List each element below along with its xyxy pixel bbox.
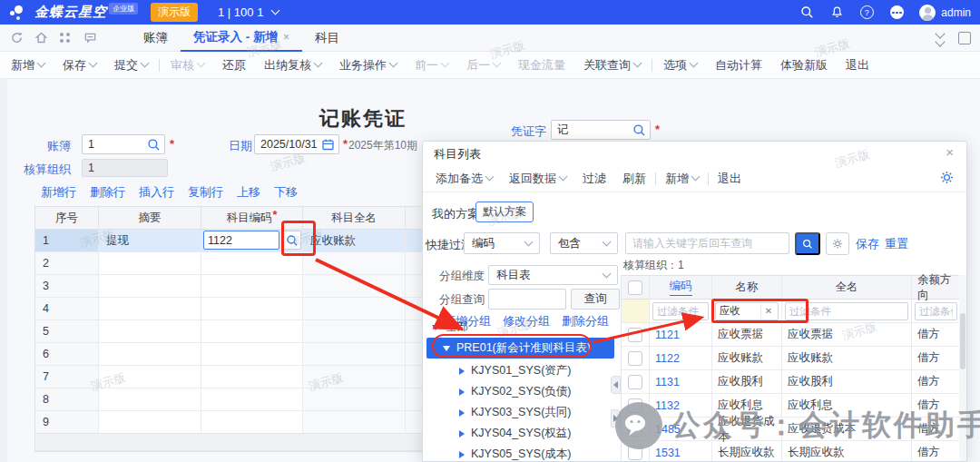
group-search-box[interactable]: [488, 289, 566, 310]
cell-summary[interactable]: [99, 320, 201, 342]
toolbar-item-save[interactable]: 保存: [63, 57, 96, 74]
account-code-link[interactable]: 1485: [655, 423, 681, 436]
account-row-1485[interactable]: 1485应收退货成本应收退货成本借方: [622, 418, 959, 441]
bell-icon[interactable]: [829, 5, 844, 20]
double-chevron-down-icon[interactable]: [936, 30, 944, 45]
account-code-link[interactable]: 1131: [655, 376, 680, 388]
filter-name-cell[interactable]: ✕: [712, 300, 782, 322]
cell-summary[interactable]: [99, 252, 201, 274]
toolbar-item-business-ops[interactable]: 业务操作: [339, 57, 397, 74]
gear-icon[interactable]: [940, 171, 954, 187]
row-checkbox[interactable]: [628, 446, 642, 460]
book-field[interactable]: [82, 134, 165, 154]
tree-node-all[interactable]: 全部: [423, 317, 616, 338]
code-filter-input[interactable]: [653, 303, 708, 319]
toolbar-item-options[interactable]: 选项: [663, 57, 697, 74]
group-query-button[interactable]: 查询: [571, 289, 620, 310]
filter-button[interactable]: 过滤: [583, 171, 606, 187]
date-field[interactable]: [254, 134, 339, 154]
toolbar-item-auto-calc[interactable]: 自动计算: [715, 57, 762, 74]
cell-code[interactable]: [201, 275, 303, 297]
calendar-icon[interactable]: [321, 138, 336, 152]
cell-summary[interactable]: [99, 275, 201, 297]
row-checkbox[interactable]: [628, 398, 642, 413]
filter-direction-cell[interactable]: [912, 300, 960, 322]
account-row-1531[interactable]: 1531长期应收款长期应收款借方: [622, 441, 959, 462]
keyword-input-box[interactable]: [625, 232, 789, 254]
sync-icon[interactable]: [9, 31, 24, 45]
cell-summary[interactable]: [99, 343, 201, 365]
toolbar-item-previous[interactable]: 前一: [415, 57, 448, 74]
filter-field-select[interactable]: 编码: [464, 232, 540, 254]
cell-summary[interactable]: [99, 388, 201, 410]
toolbar-item-cashier-review[interactable]: 出纳复核: [264, 57, 321, 74]
save-filter-link[interactable]: 保存: [856, 236, 879, 252]
tab-account-books[interactable]: 账簿: [131, 25, 181, 51]
delete-row-link[interactable]: 删除行: [90, 184, 125, 201]
account-row-1121[interactable]: 1121应收票据应收票据借方: [622, 323, 959, 347]
tab-voucher-entry[interactable]: 凭证录入 - 新增 ×: [181, 24, 302, 52]
table-scrollbar[interactable]: [959, 275, 966, 461]
home-icon[interactable]: [34, 31, 48, 45]
account-row-1122[interactable]: 1122应收账款应收账款借方: [622, 347, 959, 370]
filter-operator-select[interactable]: 包含: [550, 232, 618, 254]
toolbar-item-exit[interactable]: 退出: [846, 57, 869, 74]
filter-settings-button[interactable]: [826, 232, 849, 255]
expand-window-icon[interactable]: [958, 32, 971, 44]
cell-code[interactable]: [201, 298, 303, 319]
org-selector[interactable]: 1 | 100 1: [218, 5, 279, 19]
search-button[interactable]: [795, 232, 820, 255]
scrollbar-thumb[interactable]: [960, 313, 965, 369]
move-up-link[interactable]: 上移: [237, 184, 260, 201]
exit-button[interactable]: 退出: [718, 171, 741, 187]
move-down-link[interactable]: 下移: [274, 184, 298, 201]
voucher-word-field[interactable]: [551, 120, 651, 140]
cell-summary[interactable]: [99, 298, 201, 319]
filter-fullname-cell[interactable]: [782, 300, 912, 322]
account-row-1131[interactable]: 1131应收股利应收股利借方: [622, 370, 959, 394]
row-checkbox[interactable]: [628, 351, 642, 366]
add-candidates-button[interactable]: 添加备选: [436, 171, 493, 187]
filter-code-cell[interactable]: [650, 300, 712, 322]
toolbar-item-restore[interactable]: 还原: [222, 57, 246, 74]
row-checkbox[interactable]: [628, 328, 642, 342]
account-code-link[interactable]: 1122: [655, 352, 680, 365]
magnifier-icon[interactable]: [632, 123, 647, 138]
cell-code[interactable]: [201, 343, 303, 365]
direction-filter-input[interactable]: [916, 303, 956, 319]
toolbar-item-audit[interactable]: 审核: [171, 57, 204, 74]
tree-node-equity[interactable]: KJYS04_SYS(权益): [423, 423, 616, 444]
cell-code[interactable]: [201, 388, 303, 410]
default-plan-chip[interactable]: 默认方案: [475, 202, 534, 222]
cell-code[interactable]: [201, 252, 303, 274]
header-direction[interactable]: 余额方向: [912, 276, 960, 299]
account-code-link[interactable]: 1121: [655, 329, 680, 341]
tree-node-cost[interactable]: KJYS05_SYS(成本): [423, 444, 616, 462]
collapse-left-icon[interactable]: [611, 376, 621, 394]
toolbar-item-cashflow[interactable]: 现金流量: [518, 57, 565, 74]
cell-summary[interactable]: 提现: [99, 230, 201, 251]
copy-row-link[interactable]: 复制行: [188, 184, 223, 201]
reset-filter-link[interactable]: 重置: [885, 236, 908, 252]
header-name[interactable]: 名称: [712, 276, 782, 299]
cell-summary[interactable]: [99, 366, 201, 388]
toolbar-item-related-query[interactable]: 关联查询: [583, 57, 641, 74]
toolbar-item-new[interactable]: 新增: [11, 57, 44, 74]
new-account-button[interactable]: 新增: [665, 171, 699, 187]
tree-node-liabilities[interactable]: KJYS02_SYS(负债): [423, 381, 616, 402]
toolbar-item-try-new[interactable]: 体验新版: [780, 57, 828, 74]
cell-code[interactable]: [201, 320, 303, 342]
group-search-input[interactable]: [489, 290, 565, 309]
account-code-link[interactable]: 1531: [655, 447, 681, 459]
return-data-button[interactable]: 返回数据: [509, 171, 566, 187]
tab-accounts[interactable]: 科目: [302, 25, 352, 51]
tree-node-assets[interactable]: KJYS01_SYS(资产): [423, 360, 616, 381]
tab-close-icon[interactable]: ×: [283, 31, 289, 44]
row-checkbox[interactable]: [628, 375, 642, 389]
account-code-link[interactable]: 1132: [655, 399, 680, 412]
account-row-1132[interactable]: 1132应收利息应收利息借方: [622, 394, 959, 418]
row-checkbox[interactable]: [628, 422, 642, 437]
header-fullname[interactable]: 全名: [782, 276, 912, 299]
help-icon[interactable]: ?: [859, 5, 874, 20]
keyword-input[interactable]: [626, 233, 789, 253]
